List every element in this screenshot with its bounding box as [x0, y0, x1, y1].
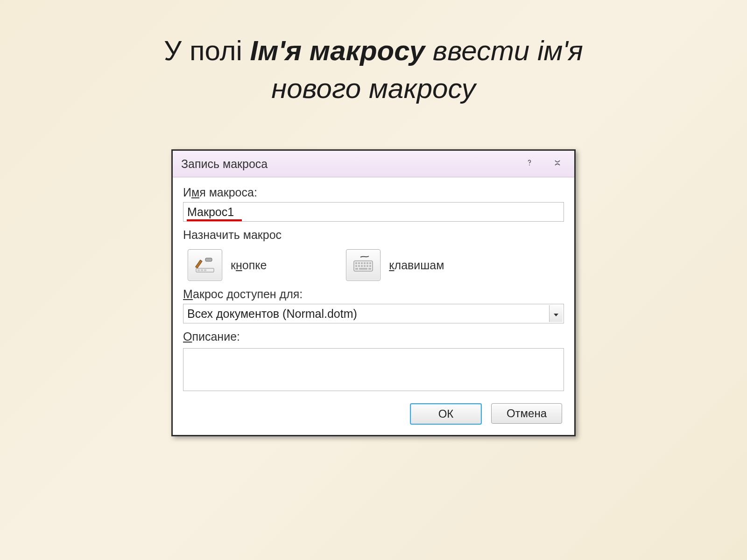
heading-line2: нового макросу: [0, 70, 747, 107]
svg-rect-16: [361, 265, 363, 267]
slide-heading: У полі Ім'я макросу ввести ім'я нового м…: [0, 32, 747, 107]
svg-rect-13: [369, 262, 371, 264]
button-icon-button[interactable]: [188, 249, 222, 281]
svg-marker-23: [554, 314, 558, 316]
dialog-titlebar: Запись макроса: [173, 151, 574, 177]
svg-rect-10: [361, 262, 363, 264]
assign-options: кнопке: [183, 246, 564, 287]
dialog-footer: ОК Отмена: [183, 403, 564, 425]
assign-to-button[interactable]: кнопке: [188, 249, 267, 281]
svg-rect-11: [364, 262, 366, 264]
keyboard-icon-button[interactable]: [346, 249, 381, 281]
assign-keyboard-label: клавишам: [389, 259, 444, 272]
hammer-icon: [194, 254, 216, 276]
svg-rect-12: [366, 262, 368, 264]
select-value: Всех документов (Normal.dotm): [187, 307, 357, 321]
svg-rect-2: [197, 269, 200, 271]
svg-rect-22: [368, 268, 371, 270]
svg-rect-9: [358, 262, 360, 264]
assign-button-label: кнопке: [231, 259, 267, 272]
dropdown-arrow[interactable]: [549, 305, 563, 322]
dialog-body: Имя макроса: Назначить макрос: [173, 177, 574, 435]
ok-button[interactable]: ОК: [410, 403, 482, 425]
macro-available-select[interactable]: Всех документов (Normal.dotm): [183, 304, 564, 323]
chevron-down-icon: [553, 307, 559, 321]
close-button[interactable]: [544, 155, 571, 172]
heading-suffix1: ввести ім'я: [425, 35, 583, 66]
description-input[interactable]: [183, 348, 564, 391]
svg-rect-14: [355, 265, 357, 267]
assign-macro-label: Назначить макрос: [183, 228, 564, 242]
svg-rect-5: [205, 258, 212, 261]
help-icon: [525, 158, 534, 169]
svg-rect-8: [355, 262, 357, 264]
keyboard-icon: [352, 254, 374, 276]
svg-rect-15: [358, 265, 360, 267]
svg-rect-21: [359, 268, 367, 270]
svg-rect-19: [369, 265, 371, 267]
cancel-button[interactable]: Отмена: [491, 403, 562, 424]
heading-prefix: У полі: [164, 35, 250, 66]
record-macro-dialog: Запись макроса Имя макроса:: [171, 149, 576, 436]
svg-point-0: [529, 164, 530, 165]
macro-name-input[interactable]: [183, 202, 564, 222]
description-label: Описание:: [183, 330, 564, 343]
heading-field-name: Ім'я макросу: [250, 35, 425, 66]
svg-rect-18: [366, 265, 368, 267]
macro-available-label: Макрос доступен для:: [183, 287, 564, 301]
svg-rect-4: [204, 269, 206, 271]
titlebar-controls: [514, 155, 571, 172]
svg-rect-3: [201, 269, 203, 271]
svg-rect-20: [355, 268, 358, 270]
help-button[interactable]: [516, 155, 543, 172]
dialog-title: Запись макроса: [181, 157, 268, 171]
svg-rect-6: [196, 260, 202, 268]
assign-to-keyboard[interactable]: клавишам: [346, 249, 444, 281]
macro-name-label: Имя макроса:: [183, 186, 564, 199]
svg-rect-17: [364, 265, 366, 267]
close-icon: [553, 158, 562, 169]
